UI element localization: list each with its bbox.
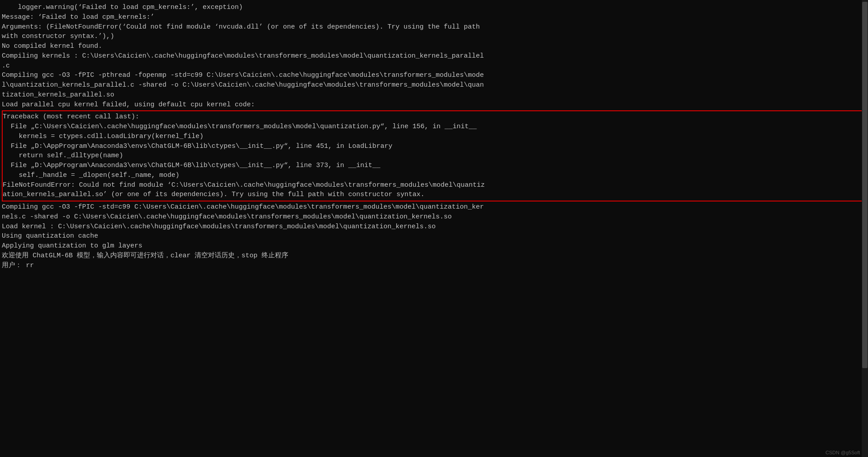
terminal-line: Message: ‘Failed to load cpm_kernels:’: [2, 13, 866, 22]
terminal-content: logger.warning(‘Failed to load cpm_kerne…: [2, 3, 866, 270]
terminal-line: Compiling gcc -O3 -fPIC -std=c99 C:\User…: [2, 202, 866, 212]
terminal-line: Applying quantization to glm layers: [2, 241, 866, 251]
terminal-line: 欢迎使用 ChatGLM-6B 模型，输入内容即可进行对话，clear 清空对话…: [2, 251, 866, 261]
terminal-line: Using quantization cache: [2, 231, 866, 241]
terminal-line: File „C:\Users\Caicien\.cache\huggingfac…: [3, 122, 865, 132]
terminal-line: 用户： rr: [2, 261, 866, 271]
terminal-line: No compiled kernel found.: [2, 42, 866, 51]
terminal-line: kernels = ctypes.cdll.LoadLibrary(kernel…: [3, 132, 865, 142]
terminal-line: nels.c -shared -o C:\Users\Caicien\.cach…: [2, 212, 866, 222]
terminal-line: Compiling gcc -O3 -fPIC -pthread -fopenm…: [2, 71, 866, 80]
terminal-line: File „D:\AppProgram\Anaconda3\envs\ChatG…: [3, 142, 865, 151]
terminal-line: Load parallel cpu kernel failed, using d…: [2, 100, 866, 110]
terminal-line: with constructor syntax.’),): [2, 32, 866, 42]
terminal-line: Arguments: (FileNotFoundError(‘Could not…: [2, 22, 866, 32]
terminal-line: Compiling kernels : C:\Users\Caicien\.ca…: [2, 51, 866, 61]
terminal-line: File „D:\AppProgram\Anaconda3\envs\ChatG…: [3, 161, 865, 171]
terminal-line: l\quantization_kernels_parallel.c -share…: [2, 80, 866, 90]
terminal-line: FileNotFoundError: Could not find module…: [3, 180, 865, 190]
terminal-line: return self._dlltype(name): [3, 151, 865, 161]
traceback-box: Traceback (most recent call last): File …: [2, 110, 866, 201]
scrollbar-thumb[interactable]: [862, 2, 868, 368]
terminal-line: tization_kernels_parallel.so: [2, 90, 866, 100]
watermark: CSDN @g5Soft: [826, 450, 860, 455]
terminal-line: logger.warning(‘Failed to load cpm_kerne…: [2, 3, 866, 13]
terminal-line: Traceback (most recent call last):: [3, 112, 865, 122]
terminal-line: ation_kernels_parallel.so’ (or one of it…: [3, 190, 865, 200]
terminal-window: logger.warning(‘Failed to load cpm_kerne…: [0, 0, 868, 457]
terminal-line: .c: [2, 61, 866, 71]
terminal-line: Load kernel : C:\Users\Caicien\.cache\hu…: [2, 222, 866, 232]
terminal-line: self._handle = _dlopen(self._name, mode): [3, 171, 865, 180]
scrollbar-vertical[interactable]: [862, 0, 868, 457]
